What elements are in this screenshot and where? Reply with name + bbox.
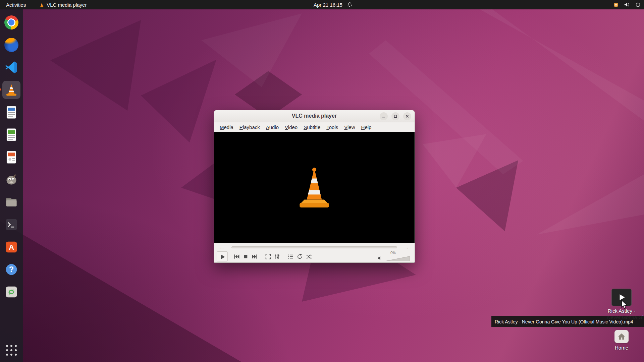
seek-slider[interactable]	[231, 246, 397, 248]
stop-icon	[242, 253, 249, 260]
volume-slider[interactable]	[386, 256, 411, 261]
minimize-icon	[382, 114, 386, 118]
dock-item-vscode[interactable]	[2, 58, 20, 76]
focused-app-name: VLC media player	[47, 2, 87, 8]
previous-button[interactable]	[232, 252, 241, 261]
mouse-cursor	[621, 300, 628, 309]
vlc-titlebar[interactable]: VLC media player	[214, 110, 415, 122]
dock-item-help[interactable]: ?	[2, 260, 20, 279]
dock-item-libreoffice-writer[interactable]	[2, 103, 20, 121]
close-icon	[405, 114, 409, 118]
maximize-icon	[393, 114, 397, 118]
files-folder-icon	[5, 196, 18, 208]
desktop-background: Activities VLC media player Apr 21 16:15	[0, 0, 644, 362]
close-button[interactable]	[403, 112, 411, 120]
extended-settings-icon	[274, 253, 281, 260]
dock-item-show-applications[interactable]	[2, 344, 20, 362]
top-bar: Activities VLC media player Apr 21 16:15	[0, 0, 644, 9]
video-area[interactable]	[214, 132, 415, 243]
shuffle-icon	[305, 253, 312, 260]
previous-icon	[233, 253, 240, 260]
desktop-home-folder[interactable]: Home	[608, 330, 635, 351]
volume-percent: 0%	[390, 251, 396, 255]
playlist-button[interactable]	[286, 252, 295, 261]
time-remaining: --:--	[404, 245, 411, 250]
play-button[interactable]	[217, 251, 228, 261]
dock-item-vlc[interactable]	[2, 81, 20, 99]
playlist-icon	[287, 253, 294, 260]
clock-group[interactable]: Apr 21 16:15	[314, 2, 352, 8]
utility-app-icon	[5, 285, 18, 299]
menu-audio[interactable]: Audio	[263, 123, 282, 131]
stop-button[interactable]	[241, 252, 250, 261]
menu-video[interactable]: Video	[282, 123, 301, 131]
menu-view[interactable]: View	[341, 123, 358, 131]
menu-help[interactable]: Help	[358, 123, 375, 131]
gimp-icon	[5, 173, 18, 186]
terminal-icon	[5, 218, 18, 231]
svg-text:A: A	[9, 243, 14, 251]
chrome-icon	[4, 15, 18, 29]
menu-tools[interactable]: Tools	[323, 123, 341, 131]
dock-item-files[interactable]	[2, 193, 20, 211]
dock-item-firefox[interactable]	[2, 36, 20, 54]
writer-icon	[5, 105, 18, 119]
minimize-button[interactable]	[380, 112, 388, 120]
system-tray[interactable]	[613, 2, 641, 7]
dock-item-terminal[interactable]	[2, 216, 20, 234]
extended-settings-button[interactable]	[273, 252, 282, 261]
help-icon: ?	[5, 263, 18, 276]
focused-app-indicator[interactable]: VLC media player	[39, 2, 87, 8]
play-icon	[219, 253, 226, 260]
next-button[interactable]	[250, 252, 259, 261]
vlc-controls: --:-- --:--	[214, 243, 415, 262]
next-icon	[251, 253, 258, 260]
volume-group: 0%	[377, 251, 412, 261]
clock: Apr 21 16:15	[314, 2, 342, 8]
firefox-icon	[4, 38, 18, 52]
menu-playback[interactable]: Playback	[236, 123, 263, 131]
vlc-cone-logo	[296, 166, 333, 210]
vscode-icon	[4, 60, 18, 74]
menu-media[interactable]: Media	[217, 123, 236, 131]
fullscreen-button[interactable]	[264, 252, 273, 261]
tooltip-text: Rick Astley - Never Gonna Give You Up (O…	[495, 319, 633, 324]
dock-item-gimp[interactable]	[2, 171, 20, 189]
calc-icon	[5, 128, 18, 142]
home-folder-label: Home	[608, 345, 635, 351]
vlc-cone-icon	[39, 2, 44, 7]
home-folder-icon	[614, 330, 629, 343]
filename-tooltip: Rick Astley - Never Gonna Give You Up (O…	[491, 316, 644, 327]
vlc-menubar: Media Playback Audio Video Subtitle Tool…	[214, 122, 415, 132]
maximize-button[interactable]	[391, 112, 399, 120]
loop-icon	[296, 253, 303, 260]
impress-icon	[5, 150, 18, 164]
time-elapsed: --:--	[217, 245, 224, 250]
dock: A ?	[0, 9, 23, 362]
dock-item-chrome[interactable]	[2, 13, 20, 32]
dock-item-utility-app[interactable]	[2, 283, 20, 301]
fullscreen-icon	[265, 253, 272, 260]
menu-subtitle[interactable]: Subtitle	[301, 123, 323, 131]
dock-item-libreoffice-impress[interactable]	[2, 148, 20, 166]
power-icon	[635, 2, 641, 7]
dock-item-libreoffice-calc[interactable]	[2, 126, 20, 144]
vlc-icon	[4, 83, 18, 97]
shuffle-button[interactable]	[304, 252, 313, 261]
ubuntu-software-icon: A	[5, 240, 18, 254]
vlc-window: VLC media player	[214, 110, 415, 263]
dock-item-ubuntu-software[interactable]: A	[2, 238, 20, 256]
show-applications-icon	[6, 345, 17, 356]
activities-button[interactable]: Activities	[2, 1, 30, 8]
loop-button[interactable]	[295, 252, 304, 261]
speaker-icon[interactable]	[377, 255, 384, 261]
bell-icon	[347, 2, 352, 7]
volume-icon	[624, 2, 630, 7]
svg-text:?: ?	[9, 265, 14, 274]
notification-icon	[613, 2, 619, 7]
house-icon	[617, 333, 626, 341]
